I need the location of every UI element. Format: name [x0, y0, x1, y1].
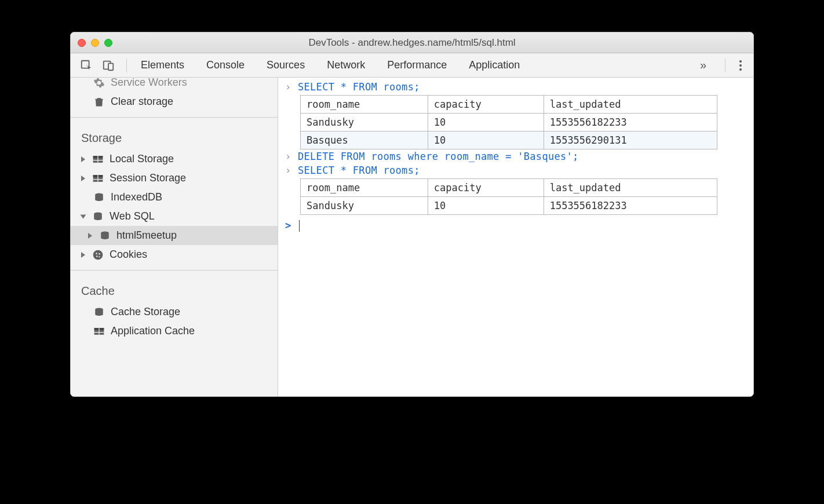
menu-icon[interactable] [736, 60, 745, 71]
gear-icon [93, 78, 105, 89]
sidebar-item-label: Service Workers [111, 78, 187, 89]
svg-point-16 [99, 253, 100, 255]
tab-sources[interactable]: Sources [267, 54, 305, 76]
toolbar: Elements Console Sources Network Perform… [71, 53, 753, 78]
titlebar: DevTools - andrew.hedges.name/html5/sql.… [71, 32, 753, 53]
svg-point-15 [96, 253, 97, 254]
divider [71, 117, 278, 118]
cell: 10 [428, 114, 544, 132]
console-prompt[interactable]: > [284, 218, 748, 233]
column-header: room_name [301, 96, 428, 114]
database-icon [93, 306, 105, 318]
text-cursor [299, 220, 300, 232]
sql-query: SELECT * FROM rooms; [298, 81, 420, 93]
sidebar-item-cache-storage[interactable]: Cache Storage [71, 302, 278, 322]
sidebar-item-label: Cache Storage [111, 306, 180, 318]
sidebar-item-label: Web SQL [110, 210, 155, 222]
sidebar-item-label: Clear storage [111, 96, 173, 108]
table-icon [93, 327, 105, 336]
cell: 1553556182233 [544, 197, 717, 215]
chevron-right-icon [81, 176, 85, 181]
sidebar-item-label: IndexedDB [111, 191, 162, 203]
database-icon [99, 230, 111, 242]
section-storage: Storage [71, 123, 278, 149]
sidebar-item-clear-storage[interactable]: Clear storage [71, 92, 278, 111]
table-header-row: room_name capacity last_updated [301, 96, 717, 114]
sidebar-item-service-workers[interactable]: Service Workers [71, 78, 278, 92]
svg-rect-2 [108, 63, 113, 70]
sidebar: Service Workers Clear storage Storage Lo… [71, 78, 278, 396]
sql-input[interactable] [298, 220, 300, 232]
chevron-down-icon [81, 214, 86, 218]
cell: 1553556182233 [544, 114, 717, 132]
chevron-right-icon [81, 252, 85, 258]
chevron-right-icon: › [284, 151, 292, 162]
table-row: Basques 10 1553556290131 [301, 132, 717, 149]
result-table: room_name capacity last_updated Sandusky… [300, 178, 717, 215]
sql-console[interactable]: › SELECT * FROM rooms; room_name capacit… [278, 78, 753, 396]
svg-point-18 [99, 256, 100, 257]
console-entry: › SELECT * FROM rooms; [284, 80, 748, 94]
table-icon [92, 174, 104, 183]
chevron-right-icon [81, 156, 85, 162]
window-controls [78, 39, 112, 47]
chevron-right-icon: > [284, 220, 292, 231]
sql-query: SELECT * FROM rooms; [298, 165, 420, 176]
divider [725, 59, 725, 72]
console-entry: › DELETE FROM rooms where room_name = 'B… [284, 149, 748, 163]
cell: 1553556290131 [544, 132, 717, 149]
sidebar-item-label: Session Storage [110, 172, 186, 184]
divider [71, 270, 278, 271]
column-header: last_updated [544, 96, 717, 114]
sidebar-item-web-sql[interactable]: Web SQL [71, 207, 278, 226]
inspect-icon[interactable] [79, 58, 94, 73]
column-header: capacity [428, 179, 544, 197]
close-icon[interactable] [78, 39, 86, 47]
sidebar-item-html5meetup[interactable]: html5meetup [71, 226, 278, 245]
cell: Basques [301, 132, 428, 149]
table-header-row: room_name capacity last_updated [301, 179, 717, 197]
sidebar-item-session-storage[interactable]: Session Storage [71, 169, 278, 188]
column-header: room_name [301, 179, 428, 197]
sidebar-item-local-storage[interactable]: Local Storage [71, 149, 278, 169]
tabs-overflow-button[interactable]: » [692, 59, 714, 72]
divider [126, 59, 127, 72]
cookie-icon [92, 249, 104, 261]
chevron-right-icon: › [284, 165, 292, 176]
device-toggle-icon[interactable] [101, 58, 116, 73]
svg-point-17 [96, 255, 98, 257]
sql-query: DELETE FROM rooms where room_name = 'Bas… [298, 151, 579, 162]
result-table-wrap: room_name capacity last_updated Sandusky… [284, 178, 748, 215]
tab-elements[interactable]: Elements [141, 54, 184, 76]
cell: 10 [428, 132, 544, 149]
tab-performance[interactable]: Performance [387, 54, 447, 76]
table-row: Sandusky 10 1553556182233 [301, 114, 717, 132]
console-entry: › SELECT * FROM rooms; [284, 163, 748, 177]
table-icon [92, 155, 104, 164]
sidebar-item-application-cache[interactable]: Application Cache [71, 322, 278, 341]
window-title: DevTools - andrew.hedges.name/html5/sql.… [71, 37, 753, 49]
sidebar-item-cookies[interactable]: Cookies [71, 245, 278, 264]
section-cache: Cache [71, 276, 278, 302]
cell: Sandusky [301, 197, 428, 215]
minimize-icon[interactable] [91, 39, 99, 47]
tab-console[interactable]: Console [206, 54, 245, 76]
devtools-window: DevTools - andrew.hedges.name/html5/sql.… [70, 32, 754, 397]
sidebar-item-label: html5meetup [116, 229, 177, 242]
sidebar-item-label: Local Storage [110, 153, 174, 165]
result-table: room_name capacity last_updated Sandusky… [300, 95, 717, 149]
column-header: capacity [428, 96, 544, 114]
sidebar-item-label: Cookies [110, 249, 147, 261]
body: Service Workers Clear storage Storage Lo… [71, 78, 753, 396]
database-icon [93, 192, 105, 203]
maximize-icon[interactable] [104, 39, 112, 47]
svg-point-14 [93, 250, 103, 260]
column-header: last_updated [544, 179, 717, 197]
tab-network[interactable]: Network [327, 54, 365, 76]
cell: 10 [428, 197, 544, 215]
table-row: Sandusky 10 1553556182233 [301, 197, 717, 215]
sidebar-item-indexeddb[interactable]: IndexedDB [71, 188, 278, 207]
trash-icon [93, 96, 105, 108]
result-table-wrap: room_name capacity last_updated Sandusky… [284, 95, 748, 149]
sidebar-item-label: Application Cache [111, 325, 195, 337]
